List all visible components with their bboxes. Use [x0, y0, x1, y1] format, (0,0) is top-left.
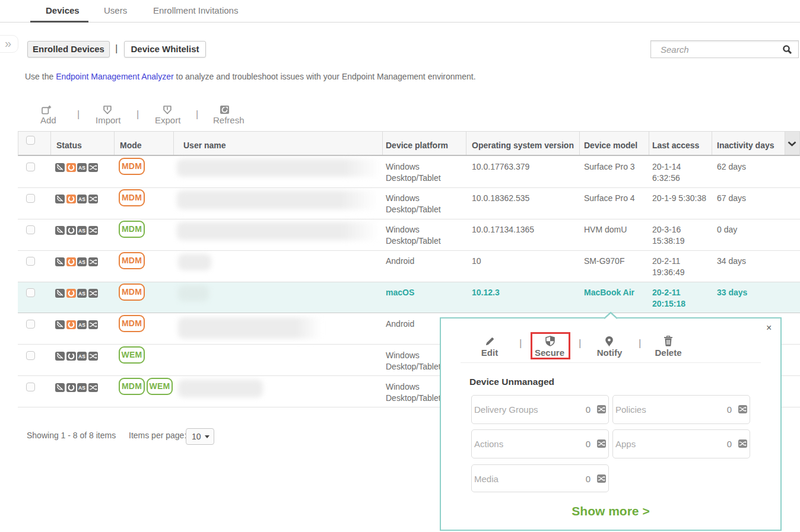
svg-text:AS: AS [78, 259, 85, 265]
svg-text:AS: AS [78, 353, 85, 359]
svg-text:AS: AS [78, 322, 85, 328]
svg-text:AS: AS [78, 196, 85, 202]
svg-text:AS: AS [78, 165, 85, 171]
svg-text:AS: AS [78, 291, 85, 297]
svg-text:AS: AS [78, 385, 85, 391]
svg-text:AS: AS [78, 228, 85, 234]
